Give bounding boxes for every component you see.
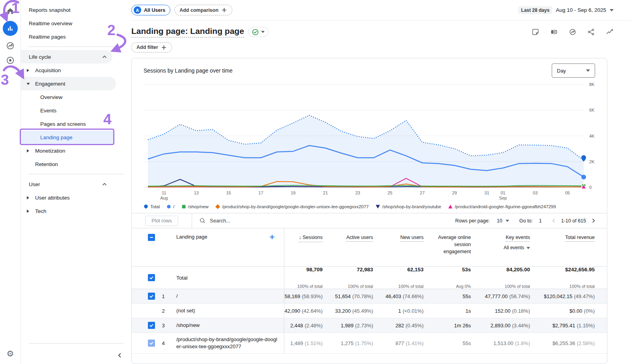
- sidebar-item-tech[interactable]: Tech: [21, 204, 131, 218]
- sidebar-item-monetization[interactable]: Monetization: [21, 144, 131, 157]
- chevron-down-icon: [261, 31, 265, 33]
- collapse-chevron[interactable]: [102, 183, 107, 186]
- explore-icon[interactable]: [6, 41, 15, 50]
- collapse-chevron[interactable]: [102, 55, 107, 58]
- sidebar-item-label: Realtime overview: [29, 21, 72, 26]
- sidebar-item-landing-page[interactable]: Landing page: [21, 131, 114, 144]
- metric-cell: 1,275(1.75%): [336, 333, 386, 353]
- events-filter-dropdown[interactable]: All events: [504, 245, 530, 251]
- date-range-picker[interactable]: Last 28 days Aug 10 - Sep 6, 2025: [518, 6, 614, 14]
- add-comparison-button[interactable]: Add comparison: [174, 5, 232, 15]
- metric-percent: (56.74%): [509, 293, 530, 299]
- x-axis-label: 15: [226, 190, 231, 195]
- metric-percent: (45.49%): [352, 308, 373, 314]
- legend-item-shop-new[interactable]: /shop/new: [181, 204, 209, 209]
- legend-item-total[interactable]: Total: [144, 204, 160, 209]
- legend-item-product-android-googler-figurine-ggoeafb[interactable]: /product/android-googler-figurine-ggoeaf…: [448, 204, 556, 209]
- expand-caret[interactable]: [26, 69, 31, 72]
- main-content: A All Users Add comparison Last 28 days …: [131, 0, 631, 364]
- sidebar-item-user-attributes[interactable]: User attributes: [21, 191, 131, 204]
- sidebar-section-life-cycle[interactable]: Life cycle: [21, 50, 112, 63]
- collapse-sidebar-button[interactable]: [21, 347, 131, 364]
- settings-gear-icon[interactable]: ⚙: [7, 349, 14, 358]
- goto-page-input[interactable]: 1: [539, 218, 542, 224]
- sidebar-item-events[interactable]: Events: [21, 104, 131, 117]
- metric-percent: (1.8%): [515, 340, 530, 346]
- select-all-checkbox[interactable]: [148, 234, 155, 241]
- sidebar-item-reports-snapshot[interactable]: Reports snapshot: [21, 3, 131, 17]
- table-row[interactable]: 1/58,169(58.93%)51,654(70.78%)46,403(74.…: [132, 289, 607, 304]
- insights-spark-icon[interactable]: [606, 28, 614, 36]
- column-header-new-users[interactable]: New users: [386, 228, 437, 266]
- note-icon[interactable]: [532, 28, 540, 36]
- sidebar-item-realtime-pages[interactable]: Realtime pages: [21, 30, 131, 43]
- pager: 1-10 of 615: [551, 218, 596, 224]
- y-axis-label: 8K: [589, 82, 595, 87]
- dimension-header-label[interactable]: Landing page: [176, 234, 207, 240]
- landing-page-name[interactable]: /shop/new: [170, 318, 284, 332]
- all-users-segment-chip[interactable]: A All Users: [131, 5, 170, 15]
- chevron-down-icon: [610, 9, 614, 11]
- column-header-average-online-session-engagement[interactable]: Average online session engagement: [437, 228, 484, 266]
- legend-label: /shop/new: [188, 204, 209, 209]
- add-filter-button[interactable]: Add filter: [131, 42, 172, 52]
- legend-item-[interactable]: /: [166, 204, 174, 209]
- column-header-sessions[interactable]: ↓Sessions: [284, 228, 336, 266]
- ab-compare-icon[interactable]: [550, 28, 558, 36]
- sidebar-item-label: Pages and screens: [40, 121, 86, 127]
- sessions-line-chart[interactable]: 8K6K4K2K011Aug1315171921232527293101Sep0…: [132, 78, 607, 202]
- expand-caret[interactable]: [26, 196, 31, 200]
- table-row[interactable]: 4/product/shop-by-brand/google/google-do…: [132, 333, 607, 354]
- row-checkbox[interactable]: [148, 322, 155, 329]
- sidebar-item-realtime-overview[interactable]: Realtime overview: [21, 17, 131, 30]
- sidebar-item-overview[interactable]: Overview: [21, 90, 131, 104]
- sidebar-section-user[interactable]: User: [21, 177, 112, 191]
- x-axis-label: 27: [420, 190, 425, 195]
- expand-caret[interactable]: [26, 82, 31, 85]
- plot-rows-button[interactable]: Plot rows: [145, 216, 178, 226]
- metric-cell: 1,513.00(1.8%): [484, 333, 543, 353]
- add-dimension-button[interactable]: [269, 234, 275, 240]
- sidebar-item-engagement[interactable]: Engagement: [21, 77, 116, 90]
- home-icon[interactable]: [6, 6, 15, 16]
- expand-caret[interactable]: [26, 149, 31, 153]
- total-cell: $242,656.95100% of total: [543, 267, 607, 289]
- granularity-select[interactable]: Day: [552, 63, 595, 78]
- table-row[interactable]: 2(not set)42,090(42.64%)33,200(45.49%)1(…: [132, 304, 607, 318]
- expand-caret[interactable]: [26, 209, 31, 213]
- landing-page-name[interactable]: (not set): [170, 304, 284, 318]
- column-header-total-revenue[interactable]: Total revenue: [543, 228, 607, 266]
- sidebar-item-pages-and-screens[interactable]: Pages and screens: [21, 117, 131, 131]
- search-input[interactable]: [210, 218, 328, 224]
- column-header-active-users[interactable]: Active users: [336, 228, 386, 266]
- row-checkbox[interactable]: [148, 340, 155, 347]
- search-icon: [199, 217, 206, 224]
- x-axis-label: 11: [162, 190, 166, 195]
- column-header-key-events[interactable]: Key eventsAll events: [484, 228, 543, 266]
- legend-item-product-shop-by-brand-google-google-doog[interactable]: /product/shop-by-brand/google/google-doo…: [215, 204, 369, 209]
- sidebar-item-retention[interactable]: Retention: [21, 157, 131, 171]
- landing-page-name[interactable]: /product/shop-by-brand/google/google-doo…: [170, 333, 284, 353]
- prev-page-icon[interactable]: [551, 218, 556, 223]
- legend-item-shop-shop-by-brand-youtube[interactable]: /shop/shop-by-brand/youtube: [375, 204, 441, 209]
- table-body: Landing page↓SessionsActive usersNew use…: [132, 228, 607, 354]
- insights-circle-icon[interactable]: [569, 28, 577, 36]
- sidebar-item-acquisition[interactable]: Acquisition: [21, 63, 131, 77]
- metric-cell: 2,893.00(3.44%): [484, 318, 543, 332]
- reports-icon[interactable]: [3, 21, 18, 36]
- table-total-row: Total98,709100% of total72,983100% of to…: [132, 267, 607, 289]
- next-page-icon[interactable]: [591, 218, 596, 223]
- events-filter-label: All events: [504, 245, 524, 251]
- data-quality-badge[interactable]: [248, 27, 269, 37]
- table-row[interactable]: 3/shop/new2,448(2.48%)1,989(2.73%)282(0.…: [132, 318, 607, 333]
- advertising-icon[interactable]: [6, 56, 15, 65]
- page-title[interactable]: Landing page: Landing page: [131, 26, 244, 37]
- rows-per-page-select[interactable]: 10: [497, 218, 509, 224]
- landing-page-name[interactable]: /: [170, 289, 284, 303]
- row-checkbox[interactable]: [148, 293, 155, 300]
- metric-cell: 282(0.45%): [386, 318, 437, 332]
- metric-value: $2,795.41: [553, 323, 575, 329]
- total-subvalue: 100% of total: [505, 284, 530, 289]
- share-icon[interactable]: [587, 28, 595, 36]
- row-checkbox[interactable]: [148, 274, 155, 281]
